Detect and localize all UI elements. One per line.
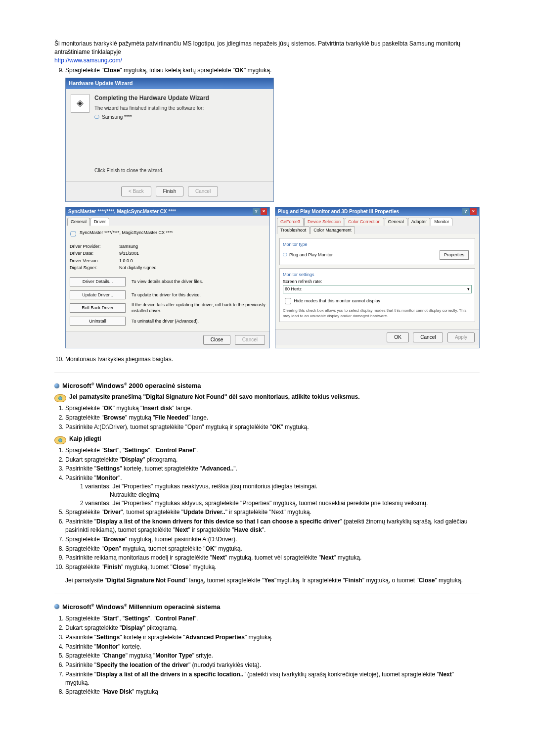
- tab-monitor[interactable]: Monitor: [431, 218, 452, 226]
- step-10: Monitoriaus tvarkyklės įdiegimas baigtas…: [65, 355, 480, 364]
- bullet-icon: [54, 604, 59, 609]
- list-item: Pasirinkite "Display a list of all the d…: [65, 670, 480, 687]
- list-item: Pasirinkite "Specify the location of the…: [65, 661, 480, 669]
- list-item: Pasirinkite "Display a list of the known…: [65, 518, 480, 534]
- list-item: Spragtelėkite "Start", "Settings", "Cont…: [65, 446, 480, 455]
- list-item: Spragtelėkite "Browse" mygtuką, tuomet p…: [65, 535, 480, 544]
- close-icon[interactable]: ×: [470, 208, 477, 215]
- apply-button: Apply: [447, 332, 475, 342]
- list-item: Pasirinkite reikiamą monitoriaus modelį …: [65, 554, 480, 562]
- uninstall-button[interactable]: Uninstall: [70, 317, 126, 326]
- help-icon[interactable]: ?: [253, 208, 260, 215]
- device-name: SyncMaster ****/****, MagicSyncMaster CX…: [80, 230, 173, 239]
- update-driver-button[interactable]: Update Driver...: [70, 290, 126, 300]
- tab-color-management[interactable]: Color Management: [310, 226, 355, 234]
- intro-text: Ši monitoriaus tvarkyklė pažymėta patvir…: [54, 40, 480, 64]
- eye-icon: [54, 436, 66, 444]
- samsung-link[interactable]: http://www.samsung.com/: [54, 57, 122, 64]
- monitor-properties-dialog: Plug and Play Monitor and 3D Prophet III…: [275, 207, 480, 348]
- tab-driver[interactable]: Driver: [90, 218, 109, 226]
- step-9-text: Spragtelėkite "Close" mygtuką, toliau ke…: [65, 67, 271, 74]
- list-item: Pasirinkite "Monitor". 1 variantas: Jei …: [65, 474, 480, 507]
- cancel-button: Cancel: [235, 335, 265, 345]
- wizard-titlebar: Hardware Update Wizard: [66, 78, 273, 89]
- wizard-note: Click Finish to close the wizard.: [94, 167, 209, 174]
- monitor-icon: 🖵: [94, 114, 99, 121]
- wizard-device: Samsung ****: [102, 114, 132, 121]
- divider: [54, 373, 480, 373]
- list-item: Spragtelėkite "Driver", tuomet spragtelė…: [65, 508, 480, 517]
- list-item: Pasirinkite "Monitor" kortelę.: [65, 643, 480, 651]
- list-item: Spragtelėkite "Finish" mygtuką, tuomet "…: [65, 563, 480, 585]
- tab-geforce3[interactable]: GeForce3: [277, 218, 304, 226]
- cancel-button: Cancel: [188, 187, 218, 196]
- hide-modes-checkbox[interactable]: [285, 298, 291, 304]
- list-item: Dukart spragtelėkite "Display" piktogram…: [65, 456, 480, 464]
- roll-back-button[interactable]: Roll Back Driver: [70, 303, 126, 313]
- install-heading: Kaip įdiegti: [69, 435, 101, 442]
- step-9: Spragtelėkite "Close" mygtuką, toliau ke…: [65, 66, 480, 348]
- chevron-down-icon: ▾: [467, 286, 470, 292]
- tab-adapter[interactable]: Adapter: [408, 218, 431, 226]
- wizard-heading: Completing the Hardware Update Wizard: [94, 94, 209, 102]
- help-icon[interactable]: ?: [462, 208, 469, 215]
- list-item: Spragtelėkite "Open" mygtuką, tuomet spr…: [65, 545, 480, 553]
- driver-properties-dialog: SyncMaster ****/****, MagicSyncMaster CX…: [65, 207, 270, 348]
- list-item: Pasirinkite "Settings" kortelę ir spragt…: [65, 633, 480, 642]
- monitor-settings-label: Monitor settings: [283, 272, 472, 278]
- section-windows-2000: Microsoft® Windows® 2000 operacinė siste…: [54, 382, 480, 389]
- eye-icon: [54, 394, 66, 402]
- monitor-icon: 🖵: [283, 252, 287, 258]
- monitor-type-label: Monitor type: [283, 241, 472, 248]
- wizard-icon: ◈: [71, 94, 89, 113]
- refresh-rate-select[interactable]: 60 Hertz ▾: [283, 285, 472, 293]
- close-icon[interactable]: ×: [261, 208, 267, 215]
- monitor-dialog-title: Plug and Play Monitor and 3D Prophet III…: [278, 208, 399, 215]
- properties-button[interactable]: Properties: [440, 250, 469, 260]
- list-item: Spragtelėkite "Start", "Settings", "Cont…: [65, 614, 480, 623]
- list-item: Spragtelėkite "Change" mygtuką "Monitor …: [65, 652, 480, 660]
- tab-troubleshoot[interactable]: Troubleshoot: [277, 226, 310, 234]
- monitor-icon: 🖵: [70, 230, 77, 239]
- tab-general[interactable]: General: [67, 218, 90, 226]
- finish-button[interactable]: Finish: [156, 187, 184, 196]
- list-item: Dukart spragtelėkite "Display" piktogram…: [65, 624, 480, 632]
- driver-dialog-title: SyncMaster ****/****, MagicSyncMaster CX…: [68, 208, 176, 215]
- tab-color-correction[interactable]: Color Correction: [345, 218, 384, 226]
- list-item: Spragtelėkite "OK" mygtuką "Insert disk"…: [65, 404, 480, 413]
- section-windows-me: Microsoft® Windows® Millennium operacinė…: [54, 603, 480, 611]
- list-item: Pasirinkite "Settings" kortelę, tuomet s…: [65, 465, 480, 473]
- wizard-line1: The wizard has finished installing the s…: [94, 105, 209, 112]
- divider: [54, 594, 480, 594]
- close-button[interactable]: Close: [203, 335, 231, 345]
- tail-note: Jei pamatysite "Digital Signature Not Fo…: [65, 576, 480, 585]
- driver-details-button[interactable]: Driver Details...: [70, 277, 126, 286]
- list-item: Pasirinkite A:(D:\Driver), tuomet spragt…: [65, 423, 480, 431]
- back-button: < Back: [121, 187, 151, 196]
- ok-button[interactable]: OK: [387, 332, 408, 342]
- hardware-update-wizard: Hardware Update Wizard ◈ Completing the …: [65, 78, 274, 202]
- tab-device-selection[interactable]: Device Selection: [304, 218, 344, 226]
- tab-general[interactable]: General: [385, 218, 407, 226]
- list-item: Spragtelėkite "Have Disk" mygtuką: [65, 688, 480, 696]
- list-item: Spragtelėkite "Browse" mygtuką "File Nee…: [65, 414, 480, 422]
- warning-text: Jei pamatysite pranešimą "Digital Signat…: [69, 393, 360, 400]
- cancel-button[interactable]: Cancel: [413, 332, 443, 342]
- bullet-icon: [54, 383, 59, 388]
